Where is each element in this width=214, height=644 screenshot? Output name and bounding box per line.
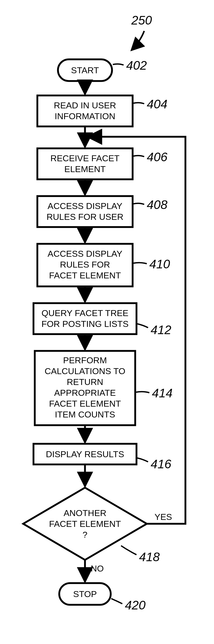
figure-ref: 250 bbox=[131, 13, 152, 27]
ref-406: 406 bbox=[147, 150, 167, 164]
t418a: ANOTHER bbox=[64, 508, 106, 518]
ref-402: 402 bbox=[126, 59, 147, 72]
step-406: RECEIVE FACET ELEMENT bbox=[37, 148, 133, 179]
ref-416: 416 bbox=[151, 457, 171, 471]
t414c: RETURN bbox=[67, 377, 103, 387]
ref-410: 410 bbox=[149, 257, 170, 271]
ref-tick-414 bbox=[136, 392, 149, 393]
t418b: FACET ELEMENT bbox=[49, 519, 121, 529]
t412a: QUERY FACET TREE bbox=[41, 308, 129, 318]
step-412: QUERY FACET TREE FOR POSTING LISTS bbox=[33, 303, 136, 334]
ref-tick-404 bbox=[133, 103, 144, 104]
t406a: RECEIVE FACET bbox=[50, 153, 119, 163]
t406b: ELEMENT bbox=[64, 164, 106, 174]
t414b: CALCULATIONS TO bbox=[45, 366, 125, 376]
svg-rect-2 bbox=[37, 148, 133, 179]
svg-rect-3 bbox=[37, 196, 133, 227]
svg-rect-1 bbox=[37, 95, 133, 126]
flowchart: 250 START 402 READ IN USER INFORMATION 4… bbox=[0, 0, 214, 644]
t412b: FOR POSTING LISTS bbox=[41, 319, 129, 329]
t410c: FACET ELEMENT bbox=[49, 270, 121, 280]
stop-terminator: STOP bbox=[59, 583, 111, 605]
step-404: READ IN USER INFORMATION bbox=[37, 95, 133, 126]
step-416: DISPLAY RESULTS bbox=[33, 444, 136, 464]
t404a: READ IN USER bbox=[54, 100, 116, 110]
ref-tick-408 bbox=[133, 203, 144, 204]
title-arrow bbox=[131, 31, 144, 50]
step-410: ACCESS DISPLAY RULES FOR FACET ELEMENT bbox=[37, 244, 133, 286]
ref-412: 412 bbox=[151, 323, 171, 337]
ref-tick-412 bbox=[137, 324, 148, 328]
step-408: ACCESS DISPLAY RULES FOR USER bbox=[37, 196, 133, 227]
t404b: INFORMATION bbox=[55, 111, 115, 121]
ref-tick-410 bbox=[133, 263, 147, 264]
svg-rect-5 bbox=[33, 303, 136, 334]
no-label: NO bbox=[91, 564, 104, 573]
ref-404: 404 bbox=[147, 97, 167, 111]
ref-414: 414 bbox=[152, 386, 173, 400]
stop-label: STOP bbox=[73, 589, 97, 599]
ref-420: 420 bbox=[125, 598, 145, 612]
ref-tick-418 bbox=[121, 546, 136, 555]
t414d: APPROPRIATE bbox=[54, 388, 116, 398]
ref-408: 408 bbox=[147, 198, 167, 212]
t418c: ? bbox=[83, 530, 88, 540]
t416: DISPLAY RESULTS bbox=[46, 449, 124, 459]
decision-418: ANOTHER FACET ELEMENT ? bbox=[23, 488, 147, 560]
t414e: FACET ELEMENT bbox=[49, 399, 121, 408]
start-label: START bbox=[71, 65, 99, 75]
ref-tick-420 bbox=[111, 599, 122, 604]
t414a: PERFORM bbox=[63, 355, 107, 365]
ref-tick-416 bbox=[137, 458, 148, 462]
yes-label: YES bbox=[155, 512, 172, 522]
t414f: ITEM COUNTS bbox=[55, 409, 115, 419]
start-terminator: START bbox=[58, 59, 112, 81]
t408b: RULES FOR USER bbox=[47, 212, 124, 222]
t410b: RULES FOR bbox=[60, 260, 110, 269]
step-414: PERFORM CALCULATIONS TO RETURN APPROPRIA… bbox=[35, 351, 135, 425]
ref-418: 418 bbox=[139, 550, 160, 564]
ref-tick-406 bbox=[133, 156, 144, 157]
t410a: ACCESS DISPLAY bbox=[48, 249, 122, 259]
ref-tick-402 bbox=[113, 64, 124, 65]
t408a: ACCESS DISPLAY bbox=[48, 201, 122, 211]
